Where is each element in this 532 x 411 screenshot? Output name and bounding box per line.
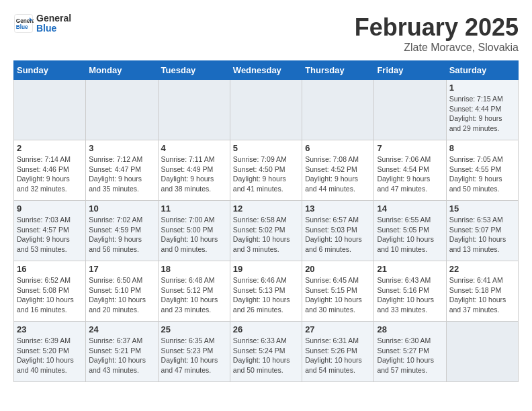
calendar-cell: 16Sunrise: 6:52 AM Sunset: 5:08 PM Dayli… xyxy=(14,261,86,322)
week-row-3: 9Sunrise: 7:03 AM Sunset: 4:57 PM Daylig… xyxy=(14,201,519,261)
week-row-5: 23Sunrise: 6:39 AM Sunset: 5:20 PM Dayli… xyxy=(14,322,519,382)
day-number: 20 xyxy=(305,264,371,274)
svg-text:Blue: Blue xyxy=(16,24,28,30)
calendar-cell: 26Sunrise: 6:33 AM Sunset: 5:24 PM Dayli… xyxy=(230,322,302,382)
weekday-header-wednesday: Wednesday xyxy=(230,61,302,80)
day-number: 7 xyxy=(377,143,443,153)
calendar-cell xyxy=(446,322,518,382)
calendar-cell xyxy=(86,80,158,140)
calendar-cell: 8Sunrise: 7:05 AM Sunset: 4:55 PM Daylig… xyxy=(446,140,518,201)
day-number: 23 xyxy=(17,324,83,334)
calendar-cell: 15Sunrise: 6:53 AM Sunset: 5:07 PM Dayli… xyxy=(446,201,518,261)
day-info: Sunrise: 6:57 AM Sunset: 5:03 PM Dayligh… xyxy=(305,215,371,255)
calendar-cell: 20Sunrise: 6:45 AM Sunset: 5:15 PM Dayli… xyxy=(302,261,374,322)
calendar-cell: 12Sunrise: 6:58 AM Sunset: 5:02 PM Dayli… xyxy=(230,201,302,261)
day-info: Sunrise: 6:45 AM Sunset: 5:15 PM Dayligh… xyxy=(305,275,371,315)
day-info: Sunrise: 6:30 AM Sunset: 5:27 PM Dayligh… xyxy=(377,336,443,375)
day-number: 13 xyxy=(305,203,371,214)
calendar-cell xyxy=(374,80,446,140)
calendar-cell: 2Sunrise: 7:14 AM Sunset: 4:46 PM Daylig… xyxy=(14,140,86,201)
week-row-1: 1Sunrise: 7:15 AM Sunset: 4:44 PM Daylig… xyxy=(14,80,519,140)
day-info: Sunrise: 6:43 AM Sunset: 5:16 PM Dayligh… xyxy=(377,275,443,315)
calendar-cell: 9Sunrise: 7:03 AM Sunset: 4:57 PM Daylig… xyxy=(14,201,86,261)
day-number: 18 xyxy=(161,264,227,274)
calendar-cell: 28Sunrise: 6:30 AM Sunset: 5:27 PM Dayli… xyxy=(374,322,446,382)
day-info: Sunrise: 7:06 AM Sunset: 4:54 PM Dayligh… xyxy=(377,154,443,194)
week-row-2: 2Sunrise: 7:14 AM Sunset: 4:46 PM Daylig… xyxy=(14,140,519,201)
day-info: Sunrise: 6:37 AM Sunset: 5:21 PM Dayligh… xyxy=(89,336,154,375)
day-info: Sunrise: 7:11 AM Sunset: 4:49 PM Dayligh… xyxy=(161,154,227,194)
calendar-cell: 17Sunrise: 6:50 AM Sunset: 5:10 PM Dayli… xyxy=(86,261,158,322)
day-number: 9 xyxy=(17,203,83,214)
calendar-table: SundayMondayTuesdayWednesdayThursdayFrid… xyxy=(13,60,519,382)
calendar-cell: 22Sunrise: 6:41 AM Sunset: 5:18 PM Dayli… xyxy=(446,261,518,322)
calendar-cell xyxy=(302,80,374,140)
day-number: 2 xyxy=(17,143,83,153)
day-number: 15 xyxy=(449,203,515,214)
logo: General Blue General Blue xyxy=(13,13,71,34)
day-info: Sunrise: 6:50 AM Sunset: 5:10 PM Dayligh… xyxy=(89,275,154,315)
day-info: Sunrise: 7:12 AM Sunset: 4:47 PM Dayligh… xyxy=(89,154,154,194)
logo-blue: Blue xyxy=(36,24,71,34)
day-info: Sunrise: 6:46 AM Sunset: 5:13 PM Dayligh… xyxy=(233,275,299,315)
calendar-cell: 21Sunrise: 6:43 AM Sunset: 5:16 PM Dayli… xyxy=(374,261,446,322)
calendar-cell: 7Sunrise: 7:06 AM Sunset: 4:54 PM Daylig… xyxy=(374,140,446,201)
day-info: Sunrise: 6:33 AM Sunset: 5:24 PM Dayligh… xyxy=(233,336,299,375)
weekday-header-sunday: Sunday xyxy=(14,61,86,80)
day-info: Sunrise: 6:39 AM Sunset: 5:20 PM Dayligh… xyxy=(17,336,83,375)
calendar-cell xyxy=(14,80,86,140)
day-info: Sunrise: 6:58 AM Sunset: 5:02 PM Dayligh… xyxy=(233,215,299,255)
page-header: General Blue General Blue February 2025 … xyxy=(13,13,519,54)
calendar-cell: 13Sunrise: 6:57 AM Sunset: 5:03 PM Dayli… xyxy=(302,201,374,261)
calendar-cell: 11Sunrise: 7:00 AM Sunset: 5:00 PM Dayli… xyxy=(158,201,230,261)
day-number: 17 xyxy=(89,264,154,274)
day-number: 12 xyxy=(233,203,299,214)
day-info: Sunrise: 7:08 AM Sunset: 4:52 PM Dayligh… xyxy=(305,154,371,194)
calendar-cell xyxy=(230,80,302,140)
day-info: Sunrise: 6:31 AM Sunset: 5:26 PM Dayligh… xyxy=(305,336,371,375)
calendar-cell: 18Sunrise: 6:48 AM Sunset: 5:12 PM Dayli… xyxy=(158,261,230,322)
calendar-subtitle: Zlate Moravce, Slovakia xyxy=(355,42,519,54)
calendar-cell: 23Sunrise: 6:39 AM Sunset: 5:20 PM Dayli… xyxy=(14,322,86,382)
day-number: 22 xyxy=(449,264,515,274)
calendar-cell: 24Sunrise: 6:37 AM Sunset: 5:21 PM Dayli… xyxy=(86,322,158,382)
day-number: 19 xyxy=(233,264,299,274)
day-info: Sunrise: 7:14 AM Sunset: 4:46 PM Dayligh… xyxy=(17,154,83,194)
calendar-cell: 10Sunrise: 7:02 AM Sunset: 4:59 PM Dayli… xyxy=(86,201,158,261)
day-info: Sunrise: 7:00 AM Sunset: 5:00 PM Dayligh… xyxy=(161,215,227,255)
day-info: Sunrise: 6:41 AM Sunset: 5:18 PM Dayligh… xyxy=(449,275,515,315)
calendar-cell: 14Sunrise: 6:55 AM Sunset: 5:05 PM Dayli… xyxy=(374,201,446,261)
weekday-header-saturday: Saturday xyxy=(446,61,518,80)
day-info: Sunrise: 7:15 AM Sunset: 4:44 PM Dayligh… xyxy=(449,94,515,134)
day-info: Sunrise: 6:55 AM Sunset: 5:05 PM Dayligh… xyxy=(377,215,443,255)
day-number: 11 xyxy=(161,203,227,214)
day-info: Sunrise: 7:09 AM Sunset: 4:50 PM Dayligh… xyxy=(233,154,299,194)
calendar-title: February 2025 xyxy=(355,13,519,42)
weekday-header-row: SundayMondayTuesdayWednesdayThursdayFrid… xyxy=(14,61,519,80)
logo-general: General xyxy=(36,13,71,24)
day-number: 5 xyxy=(233,143,299,153)
day-number: 10 xyxy=(89,203,154,214)
week-row-4: 16Sunrise: 6:52 AM Sunset: 5:08 PM Dayli… xyxy=(14,261,519,322)
day-number: 3 xyxy=(89,143,154,153)
day-number: 28 xyxy=(377,324,443,334)
weekday-header-thursday: Thursday xyxy=(302,61,374,80)
day-number: 24 xyxy=(89,324,154,334)
day-info: Sunrise: 6:35 AM Sunset: 5:23 PM Dayligh… xyxy=(161,336,227,375)
day-info: Sunrise: 6:52 AM Sunset: 5:08 PM Dayligh… xyxy=(17,275,83,315)
calendar-cell xyxy=(158,80,230,140)
weekday-header-friday: Friday xyxy=(374,61,446,80)
day-number: 25 xyxy=(161,324,227,334)
day-info: Sunrise: 7:03 AM Sunset: 4:57 PM Dayligh… xyxy=(17,215,83,255)
logo-icon: General Blue xyxy=(13,13,34,34)
day-number: 16 xyxy=(17,264,83,274)
day-info: Sunrise: 6:53 AM Sunset: 5:07 PM Dayligh… xyxy=(449,215,515,255)
day-info: Sunrise: 7:05 AM Sunset: 4:55 PM Dayligh… xyxy=(449,154,515,194)
calendar-cell: 27Sunrise: 6:31 AM Sunset: 5:26 PM Dayli… xyxy=(302,322,374,382)
calendar-cell: 1Sunrise: 7:15 AM Sunset: 4:44 PM Daylig… xyxy=(446,80,518,140)
day-number: 26 xyxy=(233,324,299,334)
title-section: February 2025 Zlate Moravce, Slovakia xyxy=(355,13,519,54)
calendar-cell: 3Sunrise: 7:12 AM Sunset: 4:47 PM Daylig… xyxy=(86,140,158,201)
day-number: 27 xyxy=(305,324,371,334)
calendar-cell: 4Sunrise: 7:11 AM Sunset: 4:49 PM Daylig… xyxy=(158,140,230,201)
